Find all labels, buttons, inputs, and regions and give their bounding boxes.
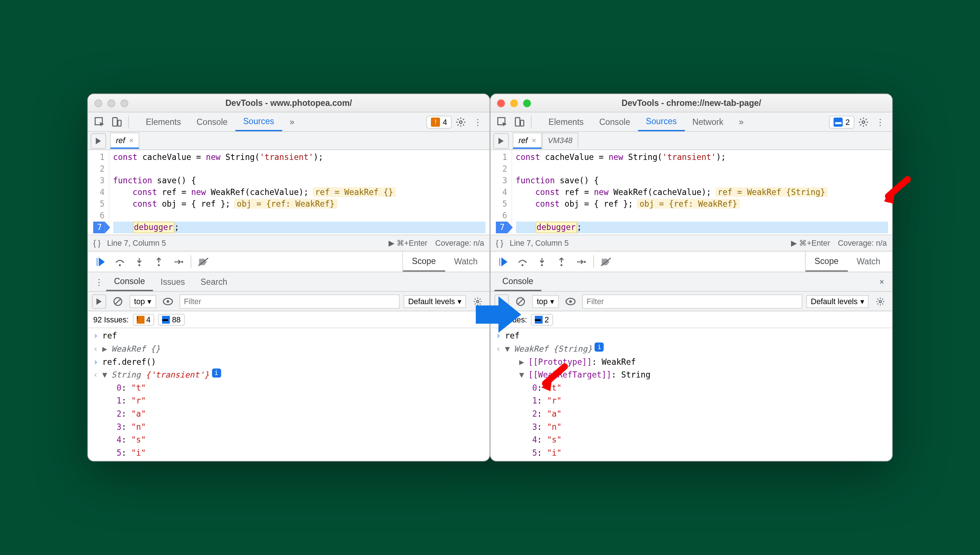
info-badge-icon[interactable]: i	[212, 369, 221, 377]
context-dropdown[interactable]: top ▾	[129, 295, 156, 308]
step-out-icon[interactable]	[149, 252, 169, 271]
more-icon[interactable]: ⋮	[470, 114, 486, 130]
file-tab-ref[interactable]: ref×	[513, 133, 542, 149]
info-badge-icon[interactable]: i	[595, 343, 604, 351]
live-expression-icon[interactable]	[160, 294, 176, 309]
issues-indicator[interactable]: !4	[427, 115, 452, 128]
console-output[interactable]: ›ref ‹▼WeakRef {String}i ▶[[Prototype]]:…	[491, 328, 892, 461]
issues-info-chip[interactable]: ▬88	[158, 314, 185, 325]
console-sidebar-icon[interactable]	[92, 294, 106, 308]
drawer-tabs: ⋮ Console Issues Search	[88, 273, 489, 292]
traffic-lights[interactable]	[94, 99, 128, 107]
watch-tab[interactable]: Watch	[847, 252, 889, 272]
file-tab-vm[interactable]: VM348	[542, 133, 578, 149]
device-icon[interactable]	[109, 114, 125, 130]
drawer-more-icon[interactable]: ⋮	[92, 277, 106, 287]
inspect-icon[interactable]	[494, 114, 510, 130]
tabs-overflow-icon[interactable]: »	[731, 112, 751, 132]
tab-console[interactable]: Console	[189, 112, 235, 132]
device-icon[interactable]	[512, 114, 527, 130]
snippet-run-icon[interactable]	[493, 133, 509, 149]
scope-tab[interactable]: Scope	[806, 252, 847, 272]
scope-tab[interactable]: Scope	[403, 252, 445, 272]
close-icon[interactable]	[94, 99, 102, 107]
main-toolbar: Elements Console Sources » !4 ⋮	[88, 112, 489, 132]
zoom-icon[interactable]	[523, 99, 531, 107]
step-into-icon[interactable]	[129, 252, 149, 271]
pretty-print-icon[interactable]: { }	[93, 239, 100, 247]
collapse-icon[interactable]: ▼	[102, 369, 109, 382]
editor-statusbar: { } Line 7, Column 5 ▶ ⌘+Enter Coverage:…	[88, 235, 489, 252]
pretty-print-icon[interactable]: { }	[496, 239, 503, 247]
breakpoint-marker[interactable]: 7	[496, 221, 507, 233]
filter-input[interactable]	[582, 294, 802, 308]
tab-sources[interactable]: Sources	[235, 112, 282, 132]
svg-point-17	[862, 120, 865, 123]
more-icon[interactable]: ⋮	[872, 114, 888, 130]
zoom-icon[interactable]	[120, 99, 128, 107]
deactivate-breakpoints-icon[interactable]	[194, 252, 213, 271]
tab-network[interactable]: Network	[684, 112, 731, 132]
inspect-icon[interactable]	[92, 114, 108, 130]
file-tab-ref[interactable]: ref×	[110, 133, 139, 149]
resume-icon[interactable]	[493, 252, 513, 271]
step-into-icon[interactable]	[532, 252, 552, 271]
drawer-tab-issues[interactable]: Issues	[153, 273, 193, 291]
close-tab-icon[interactable]: ×	[129, 136, 133, 145]
console-output-value[interactable]: WeakRef {String}	[514, 343, 592, 356]
code-lines[interactable]: const cacheValue = new String('transient…	[512, 150, 892, 234]
tab-elements[interactable]: Elements	[541, 112, 592, 132]
drawer-close-icon[interactable]: ×	[875, 277, 888, 287]
coverage-status: Coverage: n/a	[435, 239, 484, 247]
tab-console[interactable]: Console	[592, 112, 638, 132]
expand-icon[interactable]: ▶	[519, 356, 526, 369]
resume-icon[interactable]	[91, 252, 110, 271]
watch-tab[interactable]: Watch	[445, 252, 487, 272]
console-output[interactable]: ›ref ‹▶WeakRef {} ›ref.deref() ‹▼String …	[88, 328, 489, 461]
issues-warning-chip[interactable]: !4	[133, 314, 154, 325]
gear-icon[interactable]	[855, 114, 871, 130]
snippet-run-icon[interactable]	[91, 133, 106, 149]
close-icon[interactable]	[497, 99, 505, 107]
step-over-icon[interactable]	[110, 252, 129, 271]
issues-summary-bar: 92 Issues: !4 ▬88	[88, 311, 489, 328]
tab-elements[interactable]: Elements	[138, 112, 189, 132]
filter-input[interactable]	[179, 294, 400, 308]
console-output-value[interactable]: WeakRef {}	[111, 343, 160, 356]
breakpoint-marker[interactable]: 7	[93, 221, 104, 233]
close-tab-icon[interactable]: ×	[532, 136, 536, 145]
clear-console-icon[interactable]	[110, 294, 126, 309]
file-tab-label: VM348	[548, 136, 572, 145]
expand-icon[interactable]: ▶	[102, 343, 109, 356]
context-dropdown[interactable]: top ▾	[532, 295, 559, 308]
collapse-icon[interactable]: ▼	[519, 369, 526, 382]
issues-info-chip[interactable]: ▬2	[531, 314, 553, 325]
minimize-icon[interactable]	[108, 99, 115, 107]
drawer-tab-search[interactable]: Search	[193, 273, 235, 291]
window-title: DevTools - chrome://new-tab-page/	[621, 98, 761, 108]
deactivate-breakpoints-icon[interactable]	[596, 252, 616, 271]
drawer-tab-console[interactable]: Console	[106, 273, 153, 291]
collapse-icon[interactable]: ▼	[505, 343, 512, 356]
levels-dropdown[interactable]: Default levels ▾	[806, 295, 869, 308]
gear-icon[interactable]	[453, 114, 469, 130]
console-output-value[interactable]: String {'transient'}	[111, 369, 209, 382]
step-icon[interactable]	[571, 252, 591, 271]
traffic-lights[interactable]	[497, 99, 531, 107]
code-lines[interactable]: const cacheValue = new String('transient…	[109, 150, 489, 234]
drawer-tab-console[interactable]: Console	[494, 273, 541, 291]
code-editor[interactable]: 123456 7 const cacheValue = new String('…	[491, 150, 892, 234]
tabs-overflow-icon[interactable]: »	[282, 112, 302, 132]
tab-sources[interactable]: Sources	[638, 112, 685, 132]
code-editor[interactable]: 123456 7 const cacheValue = new String('…	[88, 150, 489, 234]
console-settings-icon[interactable]	[872, 294, 888, 309]
minimize-icon[interactable]	[510, 99, 518, 107]
issues-indicator[interactable]: ▬2	[829, 115, 854, 128]
step-out-icon[interactable]	[552, 252, 571, 271]
svg-point-26	[569, 300, 572, 302]
step-icon[interactable]	[169, 252, 188, 271]
property-row: 1: "r"	[532, 395, 889, 407]
step-over-icon[interactable]	[513, 252, 532, 271]
live-expression-icon[interactable]	[563, 294, 578, 309]
levels-dropdown[interactable]: Default levels ▾	[403, 295, 466, 308]
